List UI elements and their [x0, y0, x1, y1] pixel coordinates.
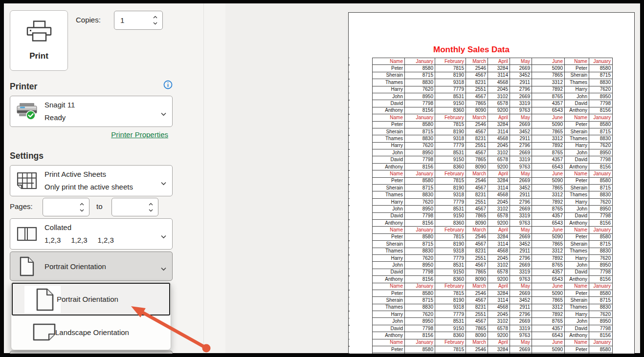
table-header-cell: May	[510, 114, 532, 121]
table-cell: 7779	[435, 311, 466, 318]
table-cell: Sherain	[373, 353, 405, 354]
copies-input[interactable]	[114, 16, 151, 24]
table-cell: 2546	[466, 346, 488, 353]
table-cell: 7892	[532, 311, 565, 318]
table-row: Harry762077792551204527967892Harry7620	[373, 254, 613, 261]
table-header-cell: June	[532, 283, 565, 290]
menu-item-label: Portrait Orientation	[57, 295, 118, 303]
table-cell: 2045	[488, 86, 510, 93]
table-cell: Harry	[373, 311, 405, 318]
table-cell: 8715	[589, 353, 613, 354]
copies-stepper[interactable]	[114, 11, 163, 30]
table-row: Anthony815683608090920097636543Anthony81…	[373, 107, 613, 114]
table-cell: 6543	[532, 276, 565, 283]
pages-from-input[interactable]	[43, 203, 78, 211]
table-cell: Thames	[565, 79, 589, 86]
table-cell: 8950	[589, 149, 613, 156]
chevron-down-icon	[161, 232, 166, 241]
pages-to-stepper[interactable]	[111, 198, 158, 216]
table-cell: 2669	[510, 290, 532, 296]
table-cell: 3452	[510, 185, 532, 191]
orientation-select[interactable]: Portrait Orientation	[10, 252, 173, 281]
print-what-subtitle: Only print the active sheets	[44, 183, 133, 191]
table-cell: 4567	[466, 262, 488, 269]
table-cell: 8580	[405, 177, 435, 184]
pages-from-stepper[interactable]	[43, 198, 89, 216]
table-row: Anthony815683608090920097636543Anthony81…	[373, 163, 613, 170]
pages-from-spinner[interactable]	[78, 203, 89, 212]
pages-to-spinner[interactable]	[147, 203, 158, 212]
table-cell: 9318	[435, 248, 466, 254]
table-cell: David	[565, 100, 589, 107]
page-edge-gridline-marks	[349, 58, 350, 354]
table-row: Thames883093188231456829113312Thames8830	[373, 135, 613, 142]
table-cell: 8531	[435, 93, 466, 100]
table-cell: 3114	[488, 185, 510, 191]
table-cell: 3102	[488, 206, 510, 212]
copies-spinner[interactable]	[151, 16, 162, 25]
table-header-cell: January	[589, 283, 613, 290]
pages-to-input[interactable]	[112, 203, 147, 211]
table-cell: John	[373, 149, 405, 156]
printer-select[interactable]: Snagit 11 Ready	[10, 96, 173, 127]
table-cell: 8531	[435, 262, 466, 269]
print-button[interactable]: Print	[10, 10, 68, 71]
table-header-cell: Name	[565, 170, 589, 177]
table-row: Harry762077792551204527967892Harry7620	[373, 142, 613, 149]
table-cell: 8090	[466, 276, 488, 283]
table-cell: 3114	[488, 128, 510, 135]
table-cell: 7865	[466, 212, 488, 219]
collation-select[interactable]: Collated 1,2,3 1,2,3 1,2,3	[10, 218, 173, 250]
table-cell: 8715	[589, 297, 613, 304]
table-cell: Anthony	[565, 332, 589, 339]
table-cell: 3312	[532, 191, 565, 198]
table-row: Sherain871581904567311434527865Sherain87…	[373, 185, 613, 191]
table-cell: 6578	[488, 156, 510, 163]
table-cell: 3452	[510, 297, 532, 304]
info-icon[interactable]	[163, 80, 173, 91]
table-cell: John	[373, 206, 405, 212]
table-cell: David	[565, 269, 589, 275]
table-cell: 8765	[532, 318, 565, 325]
table-cell: 8156	[405, 332, 435, 339]
table-cell: Thames	[373, 248, 405, 254]
table-cell: Anthony	[373, 107, 405, 114]
table-cell: 4357	[532, 325, 565, 332]
table-cell: Anthony	[373, 163, 405, 170]
table-cell: 7620	[589, 86, 613, 93]
table-cell: David	[373, 269, 405, 275]
table-cell: Thames	[565, 191, 589, 198]
menu-item-landscape-orientation[interactable]: Landscape Orientation	[11, 315, 171, 349]
table-cell: Thames	[373, 79, 405, 86]
table-cell: Harry	[565, 311, 589, 318]
table-cell: 9318	[435, 135, 466, 142]
table-cell: 6543	[532, 219, 565, 226]
table-cell: Harry	[373, 254, 405, 261]
table-header-cell: January	[405, 227, 435, 233]
table-cell: Peter	[565, 233, 589, 240]
preview-table: NameJanuaryFebruaryMarchAprilMayJuneName…	[372, 58, 613, 354]
table-cell: 7798	[405, 156, 435, 163]
table-cell: 4567	[466, 93, 488, 100]
table-cell: 2669	[510, 149, 532, 156]
table-cell: 4567	[466, 128, 488, 135]
table-cell: 7620	[589, 254, 613, 261]
table-cell: 7865	[466, 156, 488, 163]
table-header-cell: January	[405, 283, 435, 290]
table-cell: 8765	[532, 206, 565, 212]
chevron-down-icon	[161, 109, 166, 118]
table-row: Sherain871581904567311434527865Sherain87…	[373, 72, 613, 79]
table-cell: 2669	[510, 177, 532, 184]
table-header-cell: June	[532, 170, 565, 177]
table-header-cell: February	[435, 114, 466, 121]
table-header-cell: April	[488, 114, 510, 121]
table-cell: 2911	[510, 248, 532, 254]
settings-heading: Settings	[10, 151, 44, 161]
table-header-cell: March	[466, 283, 488, 290]
table-cell: 2669	[510, 93, 532, 100]
table-cell: 8580	[405, 346, 435, 353]
table-cell: 7798	[589, 269, 613, 275]
menu-item-portrait-orientation[interactable]: Portrait Orientation	[12, 283, 170, 315]
printer-properties-link[interactable]: Printer Properties	[77, 130, 168, 139]
print-what-select[interactable]: Print Active Sheets Only print the activ…	[10, 165, 173, 196]
